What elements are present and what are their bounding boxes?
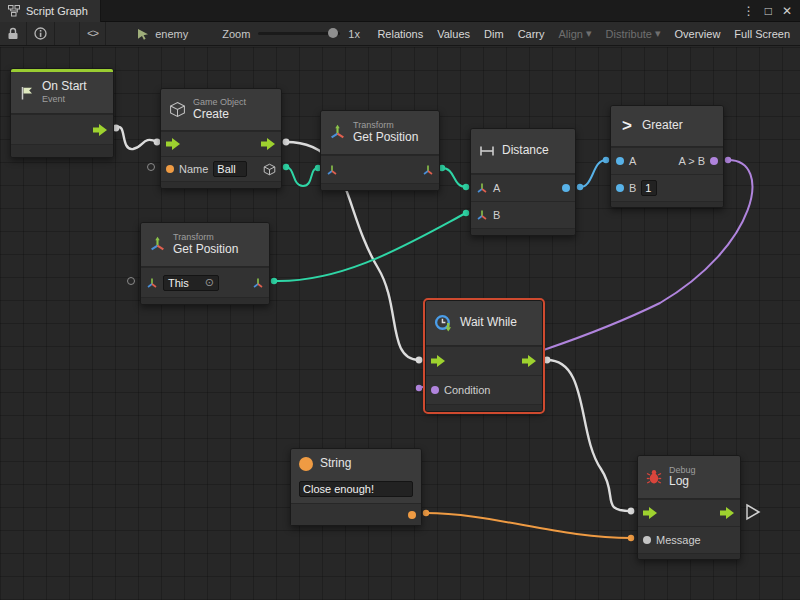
dim-button[interactable]: Dim [484, 28, 504, 40]
node-subtitle: Event [42, 94, 87, 104]
title-bar: Script Graph ⋮ □ ✕ [0, 0, 800, 22]
code-icon: <> [87, 28, 98, 40]
string-value-field[interactable] [299, 481, 413, 497]
node-wait-while[interactable]: Wait While Condition [425, 300, 543, 412]
node-footer [161, 181, 281, 188]
relations-button[interactable]: Relations [377, 28, 423, 40]
vector3-output-port[interactable] [422, 164, 434, 176]
overview-button[interactable]: Overview [675, 28, 721, 40]
node-get-position-this[interactable]: Transform Get Position This ⊙ [140, 222, 270, 305]
tab-title: Script Graph [26, 5, 88, 17]
zoom-value: 1x [348, 28, 360, 40]
b-value-field[interactable] [641, 180, 657, 196]
graph-owner-name: enemy [155, 28, 188, 40]
info-button[interactable] [27, 22, 54, 45]
lock-button[interactable] [0, 22, 26, 45]
string-output-port[interactable] [408, 511, 416, 519]
node-greater[interactable]: > Greater A A > B B [610, 105, 724, 208]
port-expose-toggle[interactable] [147, 163, 155, 171]
node-footer [426, 404, 542, 411]
node-title: String [320, 457, 351, 471]
distance-output-port[interactable] [562, 184, 570, 192]
window-close-icon[interactable]: ✕ [782, 4, 792, 18]
node-distance[interactable]: Distance A B [470, 128, 576, 236]
chevron-down-icon: ▾ [655, 27, 661, 40]
unity-script-graph-window: Script Graph ⋮ □ ✕ <> enemy Zoom [0, 0, 800, 600]
vector3-input-port-a[interactable] [476, 182, 488, 194]
flag-icon [19, 85, 35, 101]
object-picker-icon[interactable]: ⊙ [205, 276, 214, 289]
flow-input-port[interactable] [643, 507, 658, 519]
node-title: Log [669, 475, 696, 489]
full-screen-button[interactable]: Full Screen [734, 28, 790, 40]
node-game-object-create[interactable]: Game Object Create Name [160, 88, 282, 189]
node-title: On Start [42, 80, 87, 94]
port-label: Condition [444, 384, 490, 396]
name-input-port[interactable] [166, 165, 174, 173]
node-footer [11, 144, 113, 157]
condition-input-port[interactable] [431, 386, 439, 394]
game-object-cube-icon [169, 101, 186, 118]
flow-output-port[interactable] [93, 124, 108, 136]
node-title: Get Position [353, 131, 418, 145]
node-footer [321, 183, 439, 190]
target-object-field[interactable]: This ⊙ [163, 275, 219, 291]
node-get-position-enemy[interactable]: Transform Get Position [320, 110, 440, 191]
pointer-icon [137, 28, 149, 40]
greater-icon: > [619, 116, 635, 136]
window-menu-icon[interactable]: ⋮ [743, 4, 755, 18]
input-port-a[interactable] [616, 157, 624, 165]
node-string-literal[interactable]: String [290, 448, 422, 526]
port-label: Message [656, 534, 701, 546]
transform-input-port[interactable] [326, 164, 338, 176]
node-debug-log[interactable]: Debug Log Message [637, 455, 741, 560]
port-expose-toggle[interactable] [127, 277, 135, 285]
message-input-port[interactable] [643, 536, 651, 544]
node-title: Create [193, 108, 246, 122]
port-label: A [629, 155, 636, 167]
flow-output-port[interactable] [720, 507, 735, 519]
flow-output-port[interactable] [261, 138, 276, 150]
carry-button[interactable]: Carry [518, 28, 545, 40]
window-maximize-icon[interactable]: □ [765, 4, 772, 18]
align-dropdown[interactable]: Align▾ [559, 27, 592, 40]
wait-clock-icon [434, 314, 453, 333]
transform-icon [329, 124, 346, 141]
flow-input-port[interactable] [431, 355, 446, 367]
game-object-output-port[interactable] [263, 163, 276, 176]
port-label: A [493, 182, 500, 194]
port-label: B [629, 182, 636, 194]
port-label: Name [179, 163, 208, 175]
string-value-area [291, 479, 421, 503]
chevron-down-icon: ▾ [586, 27, 592, 40]
code-view-button[interactable]: <> [80, 22, 105, 45]
zoom-slider[interactable] [258, 32, 340, 35]
zoom-label: Zoom [222, 28, 250, 40]
distance-icon [479, 145, 495, 157]
transform-icon [149, 236, 166, 253]
flow-input-port[interactable] [166, 138, 181, 150]
transform-input-port[interactable] [146, 277, 158, 289]
input-port-b[interactable] [616, 184, 624, 192]
vector3-input-port-b[interactable] [476, 209, 488, 221]
graph-owner-indicator[interactable]: enemy [130, 22, 195, 45]
node-footer [638, 553, 740, 559]
node-footer [471, 228, 575, 235]
node-on-start-event[interactable]: On Start Event [10, 68, 114, 158]
node-title: Wait While [460, 316, 517, 330]
values-button[interactable]: Values [437, 28, 470, 40]
node-title: Distance [502, 144, 549, 158]
bool-output-port[interactable] [710, 157, 718, 165]
flow-output-port[interactable] [522, 355, 537, 367]
vector3-output-port[interactable] [252, 277, 264, 289]
distribute-dropdown[interactable]: Distribute▾ [606, 27, 661, 40]
zoom-slider-handle[interactable] [328, 28, 338, 38]
result-label: A > B [678, 155, 705, 167]
debug-bug-icon [646, 469, 662, 485]
separator [105, 22, 106, 45]
script-graph-icon [8, 5, 20, 17]
node-title: Greater [642, 119, 683, 133]
tab-script-graph[interactable]: Script Graph [0, 0, 101, 22]
name-value-field[interactable] [213, 161, 247, 177]
lock-icon [7, 27, 19, 40]
